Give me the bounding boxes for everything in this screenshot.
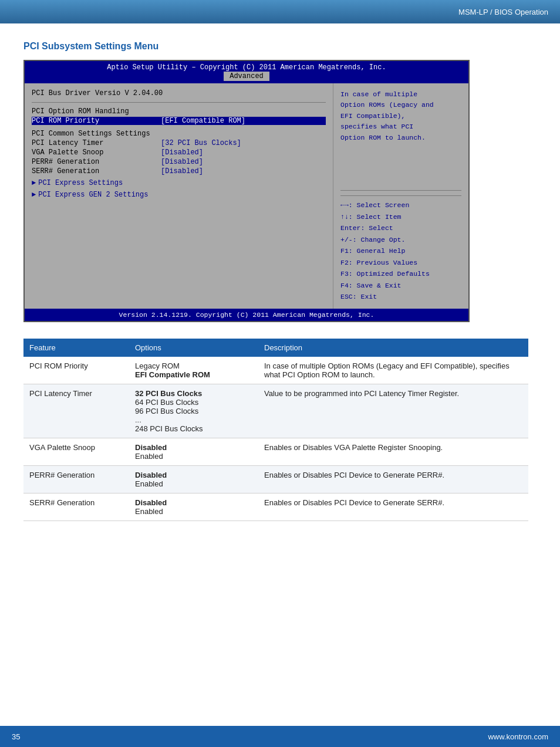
option-enabled-perr: Enabled — [135, 479, 163, 488]
options-perr: Disabled Enabled — [129, 465, 258, 493]
bios-perr-value: [Disabled] — [161, 158, 203, 166]
options-pci-rom-priority: Legacy ROM EFI Compativle ROM — [129, 357, 258, 384]
table-row: SERR# Generation Disabled Enabled Enable… — [23, 493, 528, 520]
main-content: PCI Subsystem Settings Menu Aptio Setup … — [0, 23, 560, 533]
bios-arrow-icon-2: ► — [32, 191, 36, 199]
options-vga-palette: Disabled Enabled — [129, 438, 258, 465]
bios-info-line1: In case of multiple — [340, 90, 417, 98]
bios-pci-express-label: PCI Express Settings — [38, 179, 123, 187]
bios-pci-bus-driver-label: PCI Bus Driver Versio V 2.04.00 — [32, 89, 163, 97]
table-header-row: Feature Options Description — [23, 339, 528, 357]
header-bar: MSM-LP / BIOS Operation — [0, 0, 560, 23]
bios-pci-common-label: PCI Common Settings Settings — [32, 130, 326, 138]
bios-left-panel: PCI Bus Driver Versio V 2.04.00 PCI Opti… — [25, 83, 333, 309]
feature-pci-latency: PCI Latency Timer — [23, 384, 129, 438]
desc-pci-latency: Value to be programmed into PCI Latency … — [258, 384, 528, 438]
bios-key-esc: ESC: Exit — [340, 291, 461, 303]
bios-header: Aptio Setup Utility – Copyright (C) 2011… — [25, 61, 468, 83]
bios-key-f4: F4: Save & Exit — [340, 280, 461, 292]
bios-key-f3: F3: Optimized Defaults — [340, 268, 461, 280]
option-enabled-serr: Enabled — [135, 507, 163, 516]
bios-vga-palette-value: [Disabled] — [161, 148, 203, 157]
bios-key-select-item: ↑↓: Select Item — [340, 211, 461, 223]
bios-serr-row[interactable]: SERR# Generation [Disabled] — [32, 167, 326, 175]
footer-bar: 35 www.kontron.com — [0, 726, 560, 747]
option-efi-rom: EFI Compativle ROM — [135, 370, 210, 379]
bios-perr-row[interactable]: PERR# Generation [Disabled] — [32, 158, 326, 166]
bios-footer: Version 2.14.1219. Copyright (C) 2011 Am… — [25, 309, 468, 321]
bios-body: PCI Bus Driver Versio V 2.04.00 PCI Opti… — [25, 83, 468, 309]
table-row: PCI ROM Priority Legacy ROM EFI Compativ… — [23, 357, 528, 384]
bios-tab-advanced[interactable]: Advanced — [224, 72, 269, 81]
section-title: PCI Subsystem Settings Menu — [23, 41, 537, 52]
options-pci-latency: 32 PCI Bus Clocks 64 PCI Bus Clocks 96 P… — [129, 384, 258, 438]
desc-perr: Enables or Disables PCI Device to Genera… — [258, 465, 528, 493]
bios-pci-rom-priority-value: [EFI Compatible ROM] — [161, 117, 245, 125]
table-section: Feature Options Description PCI ROM Prio… — [23, 339, 528, 521]
bios-pci-bus-driver-row: PCI Bus Driver Versio V 2.04.00 — [32, 89, 326, 97]
desc-serr: Enables or Disables PCI Device to Genera… — [258, 493, 528, 520]
feature-perr: PERR# Generation — [23, 465, 129, 493]
option-disabled-serr: Disabled — [135, 498, 167, 507]
bios-pci-rom-priority-label: PCI ROM Priority — [32, 117, 161, 125]
bios-vga-palette-row[interactable]: VGA Palette Snoop [Disabled] — [32, 148, 326, 157]
bios-serr-label: SERR# Generation — [32, 167, 161, 175]
bios-key-enter: Enter: Select — [340, 222, 461, 234]
bios-pci-option-rom-section: PCI Option ROM Handling — [32, 107, 326, 116]
option-legacy-rom: Legacy ROM — [135, 361, 180, 370]
options-serr: Disabled Enabled — [129, 493, 258, 520]
bios-key-f2: F2: Previous Values — [340, 257, 461, 269]
table-row: VGA Palette Snoop Disabled Enabled Enabl… — [23, 438, 528, 465]
footer-page-number: 35 — [12, 732, 20, 741]
option-ellipsis: ... — [135, 415, 141, 424]
features-table: Feature Options Description PCI ROM Prio… — [23, 339, 528, 521]
bios-footer-text: Version 2.14.1219. Copyright (C) 2011 Am… — [119, 311, 375, 319]
option-enabled-vga: Enabled — [135, 452, 163, 461]
bios-info-block: In case of multiple Option ROMs (Legacy … — [340, 89, 461, 143]
feature-vga-palette: VGA Palette Snoop — [23, 438, 129, 465]
feature-serr: SERR# Generation — [23, 493, 129, 520]
col-feature-header: Feature — [23, 339, 129, 357]
table-row: PCI Latency Timer 32 PCI Bus Clocks 64 P… — [23, 384, 528, 438]
bios-pci-express-row[interactable]: ► PCI Express Settings — [32, 179, 326, 187]
bios-copyright: Aptio Setup Utility – Copyright (C) 2011… — [107, 63, 386, 72]
desc-vga-palette: Enables or Disables VGA Palette Register… — [258, 438, 528, 465]
bios-pci-latency-row[interactable]: PCI Latency Timer [32 PCI Bus Clocks] — [32, 139, 326, 147]
col-description-header: Description — [258, 339, 528, 357]
bios-key-change: +/-: Change Opt. — [340, 234, 461, 246]
option-96-clocks: 96 PCI Bus Clocks — [135, 407, 198, 415]
bios-key-help: ←→: Select Screen ↑↓: Select Item Enter:… — [340, 195, 461, 303]
bios-key-f1: F1: General Help — [340, 245, 461, 257]
col-options-header: Options — [129, 339, 258, 357]
bios-info-line2: Option ROMs (Legacy and — [340, 101, 434, 109]
bios-serr-value: [Disabled] — [161, 167, 203, 175]
bios-pci-latency-label: PCI Latency Timer — [32, 139, 161, 147]
option-64-clocks: 64 PCI Bus Clocks — [135, 398, 198, 407]
option-disabled-vga: Disabled — [135, 443, 167, 452]
bios-right-panel: In case of multiple Option ROMs (Legacy … — [333, 83, 468, 309]
bios-arrow-icon-1: ► — [32, 179, 36, 187]
feature-pci-rom-priority: PCI ROM Priority — [23, 357, 129, 384]
bios-info-line4: specifies what PCI — [340, 123, 413, 130]
bios-pci-latency-value: [32 PCI Bus Clocks] — [161, 139, 241, 147]
bios-pci-rom-priority-row[interactable]: PCI ROM Priority [EFI Compatible ROM] — [32, 117, 326, 125]
option-32-clocks: 32 PCI Bus Clocks — [135, 389, 202, 398]
option-248-clocks: 248 PCI Bus Clocks — [135, 424, 203, 433]
bios-pci-express-gen2-row[interactable]: ► PCI Express GEN 2 Settings — [32, 191, 326, 199]
bios-key-select-screen: ←→: Select Screen — [340, 200, 461, 211]
bios-info-line5: Option ROM to launch. — [340, 134, 426, 141]
table-row: PERR# Generation Disabled Enabled Enable… — [23, 465, 528, 493]
bios-info-line3: EFI Compatible), — [340, 112, 405, 120]
bios-screen: Aptio Setup Utility – Copyright (C) 2011… — [23, 60, 470, 322]
desc-pci-rom-priority: In case of multiple Option ROMs (Legacy … — [258, 357, 528, 384]
bios-vga-palette-label: VGA Palette Snoop — [32, 148, 161, 157]
bios-pci-common-section: PCI Common Settings Settings — [32, 130, 326, 138]
option-disabled-perr: Disabled — [135, 471, 167, 479]
bios-perr-label: PERR# Generation — [32, 158, 161, 166]
footer-website: www.kontron.com — [488, 732, 548, 741]
bios-pci-express-gen2-label: PCI Express GEN 2 Settings — [38, 191, 148, 199]
header-title: MSM-LP / BIOS Operation — [458, 8, 548, 16]
